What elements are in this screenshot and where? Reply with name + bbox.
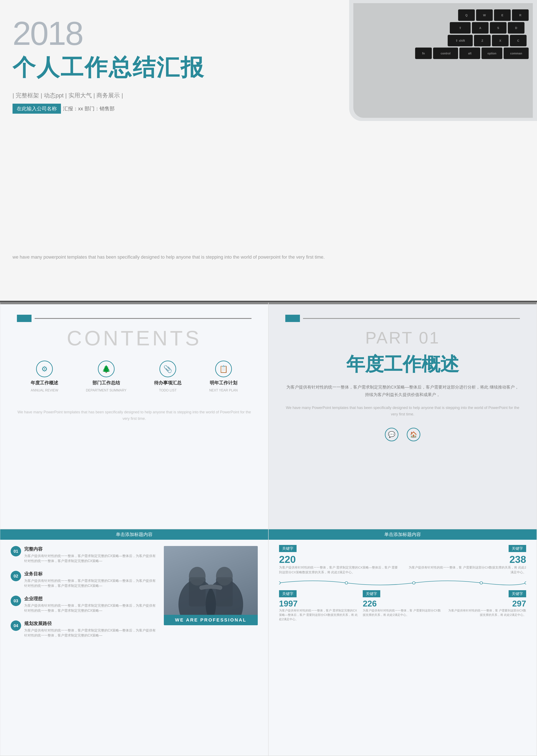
part01-desc: 为客户提供有针对性的统一一整体，客户需求制定完整的CX策略—整体后，客户需要对这… [285,383,520,398]
wave-svg [279,578,526,588]
num-2: 02 [11,571,21,581]
part01-icon-chat: 💬 [385,428,398,441]
teal-block-contents [17,315,31,322]
key-shift: ⇧ shift [448,35,473,46]
contents-line [35,318,252,319]
contents-en-4: NEXT YEAR PLAN [209,389,237,392]
main-title-chinese: 个人工作总结汇报 [13,52,205,83]
top-bar-3 [268,303,537,304]
timeline-bottom-row: 关键字 1997 为客户提供有针对性的统一一整体，客户 需求制定完整的CX策略—… [279,590,526,622]
teal-block-part01 [285,315,300,322]
top-bar-2 [0,303,268,304]
key-q: Q [458,9,475,21]
list-text-1: 为客户提供有针对性的统一一整体，客户需求制定完整的CX策略—整体后，为客户提供有… [24,553,158,563]
company-tag: 在此输入公司名称 [13,104,61,114]
timeline-bot-2: 关键字 226 为客户提供有针对性的统一一整体，客 户需要到这部分CX数据支撑的… [363,590,442,622]
keyword-badge-2: 关键字 [509,545,526,552]
contents-item-3: 📎 待办事项汇总 TODO LIST [154,360,182,392]
list-content-2: 业务目标 为客户提供有针对性的统一一整体，客户需求制定完整的CX策略—整体后，为… [24,571,158,588]
contents-icon-1: ⚙ [36,360,53,377]
slide4-label: 单击添加标题内容 [0,529,268,540]
list-content-1: 完整内容 为客户提供有针对性的统一一整体，客户需求制定完整的CX策略—整体后，为… [24,546,158,563]
contents-label-4: 明年工作计划 [210,380,237,386]
key-a: A [472,22,489,34]
list-text-4: 为客户提供有针对性的统一一整体，客户需求制定完整的CX策略—整体后，为客户提供有… [24,628,158,638]
key-alt: alt [459,48,480,59]
list-text-3: 为客户提供有针对性的统一一整体，客户需求制定完整的CX策略—整体后，为客户提供有… [24,603,158,613]
slide-1-cover: Q W E R ⇪ A S D ⇧ shift Z X C [0,0,537,302]
list-title-3: 企业理想 [24,596,158,602]
handshake-image: WE ARE PROFESSIONAL [164,546,258,625]
contents-en-3: TODO LIST [159,389,177,392]
list-item-4: 04 规划发展路径 为客户提供有针对性的统一一整体，客户需求制定完整的CX策略—… [11,621,158,638]
key-c: C [510,35,526,46]
svg-point-6 [279,582,280,584]
text-top-2: 为客户提供有针对性的统一一整体，客 户需要到这部分CX数据支撑的关系，将 此处2… [406,565,526,575]
num-3: 03 [11,596,21,606]
num-bot-3: 297 [447,599,526,608]
svg-point-4 [189,567,206,586]
keyword-badge-b3: 关键字 [509,590,526,597]
list-text-2: 为客户提供有针对性的统一一整体，客户需求制定完整的CX策略—整体后，为客户提供有… [24,578,158,588]
slide-1-desc: we have many powerpoint templates that h… [13,253,325,261]
contents-items: ⚙ 年度工作概述 ANNUAL REVIEW 🌲 部门工作总结 DEPARTME… [17,360,252,392]
timeline-top-row: 关键字 220 为客户提供有针对性的统一一整体，客户 需求制定完整的CX策略—整… [279,545,526,575]
contents-item-2: 🌲 部门工作总结 DEPARTMENT SUMMARY [86,360,126,392]
slide-2-contents: CONTENTS ⚙ 年度工作概述 ANNUAL REVIEW 🌲 部门工作总结… [0,302,268,529]
num-bot-2: 226 [363,599,442,608]
contents-item-4: 📋 明年工作计划 NEXT YEAR PLAN [209,360,237,392]
tag-bar: 在此输入公司名称 汇报：xx 部门：销售部 [13,104,205,114]
list-item-1: 01 完整内容 为客户提供有针对性的统一一整体，客户需求制定完整的CX策略—整体… [11,546,158,563]
slide-4-list: 单击添加标题内容 01 完整内容 为客户提供有针对性的统一一整体，客户需求制定完… [0,529,268,756]
slide4-list: 01 完整内容 为客户提供有针对性的统一一整体，客户需求制定完整的CX策略—整体… [11,546,158,638]
timeline-top-2: 关键字 238 为客户提供有针对性的统一一整体，客 户需要到这部分CX数据支撑的… [406,545,526,575]
subtitle-tags: | 完整框架 | 动态ppt | 实用大气 | 商务展示 | [13,92,123,99]
slide-row-2: CONTENTS ⚙ 年度工作概述 ANNUAL REVIEW 🌲 部门工作总结… [0,302,537,529]
svg-point-5 [216,567,233,586]
part01-cn: 年度工作概述 [285,352,520,377]
text-bot-2: 为客户提供有针对性的统一一整体，客 户需要到这部分CX数据支撑的关系，将 此处2… [363,608,442,617]
key-fn: fn [415,48,432,59]
contents-label-3: 待办事项汇总 [154,380,182,386]
timeline-top-1: 关键字 220 为客户提供有针对性的统一一整体，客户 需求制定完整的CX策略—整… [279,545,399,575]
key-z: Z [474,35,491,46]
keyword-badge-b1: 关键字 [279,590,297,597]
key-r: R [512,9,529,21]
list-title-1: 完整内容 [24,546,158,552]
key-s: S [490,22,507,34]
timeline-bot-3: 关键字 297 为客户提供有针对性的统一一整体，客 户需要到这部分CX数据支撑的… [447,590,526,622]
contents-item-1: ⚙ 年度工作概述 ANNUAL REVIEW [31,360,58,392]
key-e: E [494,9,511,21]
num-top-2: 238 [406,554,526,565]
keyword-badge-b2: 关键字 [363,590,380,597]
num-4: 04 [11,621,21,631]
contents-icon-2: 🌲 [98,360,115,377]
slide-1-main: 2018 个人工作总结汇报 | 完整框架 | 动态ppt | 实用大气 | 商务… [13,17,205,114]
timeline-wave [279,578,526,588]
contents-en-2: DEPARTMENT SUMMARY [86,389,126,392]
key-capslock: ⇪ [450,22,471,34]
desc-text: we have many powerpoint templates that h… [13,254,325,260]
svg-point-10 [525,582,526,584]
banner-text: WE ARE PROFESSIONAL [164,615,258,625]
text-bot-3: 为客户提供有针对性的统一一整体，客 户需要到这部分CX数据支撑的关系，将 此处2… [447,608,526,617]
keyword-badge-1: 关键字 [279,545,297,552]
handshake-section: WE ARE PROFESSIONAL [164,546,258,625]
key-control: control [433,48,458,59]
num-1: 01 [11,546,21,556]
contents-bottom: We have many PowerPoint templates that h… [17,409,252,422]
svg-point-9 [480,582,482,584]
part01-icon-home: 🏠 [407,428,420,441]
handshake-svg [164,546,258,617]
key-x: X [492,35,509,46]
list-content-3: 企业理想 为客户提供有针对性的统一一整体，客户需求制定完整的CX策略—整体后，为… [24,596,158,613]
slide-row-3: 单击添加标题内容 01 完整内容 为客户提供有针对性的统一一整体，客户需求制定完… [0,529,537,756]
part01-line [303,318,520,319]
part01-icons: 💬 🏠 [285,428,520,441]
contents-icon-4: 📋 [215,360,232,377]
subtitle-row: | 完整框架 | 动态ppt | 实用大气 | 商务展示 | [13,92,205,99]
num-bot-1: 1997 [279,599,358,608]
year-label: 2018 [13,17,205,50]
slide5-label: 单击添加标题内容 [268,529,537,540]
list-item-2: 02 业务目标 为客户提供有针对性的统一一整体，客户需求制定完整的CX策略—整体… [11,571,158,588]
